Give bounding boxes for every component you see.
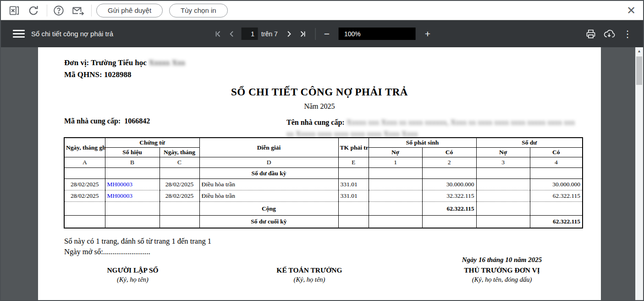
supplier-name-line: Tên nhà cung cấp: Xxxxx xxx Xxxx xx xxxx… bbox=[286, 117, 582, 140]
export-excel-button[interactable] bbox=[7, 4, 21, 17]
col-letter: D bbox=[199, 157, 338, 168]
document-title: SỔ CHI TIẾT CÔNG NỢ PHẢI TRẢ bbox=[38, 86, 601, 98]
opening-balance-label: Số dư đầu kỳ bbox=[199, 168, 338, 179]
col-header-date-posted: Ngày, tháng ghi sổ bbox=[64, 138, 105, 157]
signature-date: Ngày 16 tháng 10 năm 2025 bbox=[429, 256, 575, 266]
signature-unit-head: Ngày 16 tháng 10 năm 2025 THỦ TRƯỞNG ĐƠN… bbox=[429, 256, 575, 284]
col-letter: A bbox=[64, 157, 105, 168]
cell-date: 28/02/2025 bbox=[64, 190, 105, 202]
signature-subtitle: (Ký, họ tên) bbox=[257, 276, 362, 284]
unit-line: Đơn vị: Trường Tiểu học Xxxxx Xxx bbox=[64, 58, 185, 67]
zoom-level-input[interactable]: 100% bbox=[339, 28, 416, 40]
supplier-name-label: Tên nhà cung cấp: bbox=[286, 118, 345, 126]
toolbar-divider bbox=[315, 28, 316, 40]
column-letters-row: A B C D E 1 2 3 4 bbox=[64, 157, 583, 168]
excel-export-icon bbox=[8, 5, 20, 17]
col-header-voucher-no: Số hiệu bbox=[105, 148, 160, 157]
col-header-credit-balance: Có bbox=[530, 148, 583, 157]
pdf-toolbar: Sổ chi tiết công nợ phải trả trên 7 bbox=[1, 20, 643, 47]
voucher-link[interactable]: MH00003 bbox=[107, 192, 133, 199]
toolbar-divider bbox=[47, 5, 47, 17]
cell-account: 331.01 bbox=[338, 179, 369, 190]
cell-date: 28/02/2025 bbox=[64, 179, 105, 190]
col-header-balance-group: Số dư bbox=[476, 138, 583, 148]
col-header-incurred-group: Số phát sinh bbox=[369, 138, 476, 148]
more-options-button[interactable]: ⋮ bbox=[618, 25, 637, 43]
close-icon[interactable]: ✕ bbox=[627, 3, 636, 18]
prev-page-icon bbox=[228, 30, 235, 38]
col-letter: 3 bbox=[476, 157, 530, 168]
closing-label: Số dư cuối kỳ bbox=[199, 216, 338, 228]
next-page-icon bbox=[286, 30, 293, 38]
cell-credit-balance: 30.000.000 bbox=[530, 179, 583, 190]
table-row: 28/02/2025 MH00003 28/02/2025 Điều hòa t… bbox=[64, 179, 583, 190]
send-approval-button[interactable]: Gửi phê duyệt bbox=[96, 4, 163, 17]
unit-name-redacted: Xxxxx Xxx bbox=[149, 58, 185, 67]
supplier-code-label: Mã nhà cung cấp: bbox=[64, 117, 121, 125]
send-mail-icon bbox=[72, 5, 84, 17]
print-icon bbox=[585, 28, 596, 39]
document-subtitle: Năm 2025 bbox=[38, 102, 601, 111]
zoom-in-button[interactable]: + bbox=[422, 28, 433, 39]
voucher-link[interactable]: MH00003 bbox=[107, 181, 133, 188]
scroll-up-icon[interactable]: ▲ bbox=[635, 47, 643, 55]
unit-label: Đơn vị: Trường Tiểu học bbox=[64, 58, 147, 67]
col-header-voucher-group: Chứng từ bbox=[105, 138, 199, 148]
last-page-icon bbox=[299, 30, 307, 38]
cloud-download-icon bbox=[603, 28, 615, 39]
qhns-line: Mã QHNS: 1028988 bbox=[64, 70, 131, 79]
col-header-debit-balance: Nợ bbox=[476, 148, 530, 157]
page-total-label: trên 7 bbox=[261, 30, 278, 38]
pages-note: Sổ này có 1 trang, đánh số từ trang 1 đế… bbox=[64, 237, 211, 246]
col-header-account: TK phải trả bbox=[338, 138, 369, 157]
col-letter: 2 bbox=[422, 157, 476, 168]
header-row-1: Ngày, tháng ghi sổ Chứng từ Diễn giải TK… bbox=[64, 138, 583, 148]
payables-table: Ngày, tháng ghi sổ Chứng từ Diễn giải TK… bbox=[64, 137, 583, 229]
signature-preparer: NGƯỜI LẬP SỔ (Ký, họ tên) bbox=[81, 256, 184, 284]
toolbar-divider bbox=[91, 5, 92, 17]
signature-subtitle: (Ký, họ tên, đóng dấu) bbox=[429, 276, 575, 284]
pdf-viewer-area: Đơn vị: Trường Tiểu học Xxxxx Xxx Mã QHN… bbox=[1, 47, 643, 300]
download-button[interactable] bbox=[600, 25, 618, 43]
signature-title: THỦ TRƯỞNG ĐƠN VỊ bbox=[429, 266, 575, 274]
send-mail-button[interactable] bbox=[71, 4, 85, 17]
menu-icon[interactable] bbox=[13, 28, 25, 39]
first-page-icon bbox=[214, 30, 221, 38]
scrollbar-thumb[interactable] bbox=[636, 56, 642, 85]
col-header-description: Diễn giải bbox=[199, 138, 338, 157]
more-vertical-icon: ⋮ bbox=[623, 31, 632, 37]
app-window: Gửi phê duyệt Tùy chọn in ✕ Sổ chi tiết … bbox=[0, 0, 644, 301]
print-button[interactable] bbox=[582, 25, 600, 43]
open-date-line: Ngày mở sổ:......................... bbox=[64, 247, 150, 256]
scrollbar[interactable]: ▲ bbox=[635, 47, 643, 300]
signature-chief-accountant: KẾ TOÁN TRƯỞNG (Ký, họ tên) bbox=[257, 256, 362, 284]
refresh-icon bbox=[28, 5, 39, 17]
cell-credit-balance: 62.322.115 bbox=[530, 190, 583, 202]
refresh-button[interactable] bbox=[27, 4, 40, 17]
cell-debit-incurred bbox=[369, 190, 422, 202]
first-page-button[interactable] bbox=[211, 27, 225, 41]
help-button[interactable] bbox=[52, 4, 66, 17]
help-icon bbox=[53, 5, 65, 17]
col-letter: B bbox=[105, 157, 160, 168]
cell-debit-balance bbox=[476, 190, 530, 202]
table-row: 28/02/2025 MH00003 28/02/2025 Điều hòa t… bbox=[64, 190, 583, 202]
supplier-code-line: Mã nhà cung cấp: 1066842 bbox=[64, 117, 150, 125]
print-options-button[interactable]: Tùy chọn in bbox=[169, 4, 228, 17]
cell-description: Điều hòa trần bbox=[199, 190, 338, 202]
closing-credit-balance: 62.322.115 bbox=[530, 216, 583, 228]
page-number-input[interactable] bbox=[241, 28, 258, 40]
pdf-actions: ⋮ bbox=[582, 25, 637, 43]
total-credit-incurred: 62.322.115 bbox=[422, 202, 476, 216]
col-letter: E bbox=[338, 157, 369, 168]
signature-subtitle: (Ký, họ tên) bbox=[81, 276, 184, 284]
prev-page-button[interactable] bbox=[225, 27, 238, 41]
closing-balance-row: Số dư cuối kỳ 62.322.115 bbox=[64, 216, 583, 228]
last-page-button[interactable] bbox=[296, 27, 310, 41]
cell-debit-incurred bbox=[369, 179, 422, 190]
next-page-button[interactable] bbox=[282, 27, 296, 41]
total-label: Cộng bbox=[199, 202, 338, 216]
zoom-out-button[interactable]: − bbox=[321, 28, 332, 39]
pdf-document-title: Sổ chi tiết công nợ phải trả bbox=[31, 30, 113, 38]
signature-title: KẾ TOÁN TRƯỞNG bbox=[257, 266, 362, 274]
